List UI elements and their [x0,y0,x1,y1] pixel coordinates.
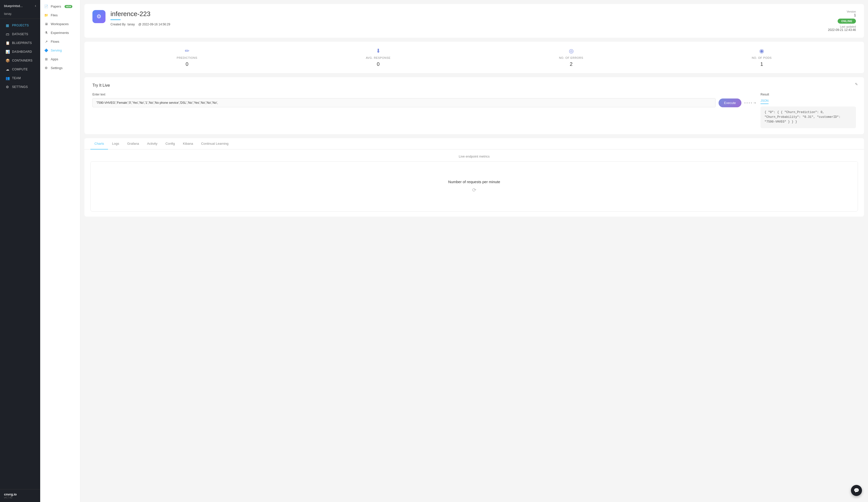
tab-grafana[interactable]: Grafana [123,138,143,150]
secondary-item-workspaces[interactable]: 🖥Workspaces [40,20,80,28]
secondary-label-apps: Apps [51,57,58,61]
metric-label-pods: NO. OF PODS [752,56,772,59]
secondary-icon-workspaces: 🖥 [44,22,48,26]
created-by-label: Created By [111,23,126,26]
tab-config[interactable]: Config [162,138,179,150]
badge-papers: NEW [64,5,72,8]
charts-tabs: ChartsLogsGrafanaActivityConfigKibanaCon… [84,138,864,150]
tab-charts[interactable]: Charts [90,138,108,150]
metric-label-avg_response: AVG. RESPONSE [366,56,391,59]
inference-underline [111,19,121,20]
metric-avg_response: ⬇ AVG. RESPONSE 0 [366,48,391,67]
sidebar-label-containers: CONTAINERS [12,59,32,62]
metric-label-errors: NO. OF ERRORS [559,56,583,59]
inference-created-at: @ 2022-09-16 14:56:29 [138,23,170,26]
inference-info: inference-223 Created By tanay @ 2022-09… [111,10,823,26]
arrow-indicator: - - - - → [744,101,756,105]
sidebar-bottom: cnvrg.io v4.7.43 [0,489,40,502]
sidebar-icon-settings: ⚙ [6,85,10,89]
tab-logs[interactable]: Logs [108,138,123,150]
sidebar-user: tanay. [0,11,40,19]
sidebar-icon-blueprints: 📋 [6,41,10,45]
charts-card: ChartsLogsGrafanaActivityConfigKibanaCon… [84,138,864,217]
secondary-item-flows[interactable]: ↗Flows [40,37,80,46]
sidebar-label-projects: PROJECTS [12,24,29,27]
sidebar-label-compute: COMPUTE [12,68,28,71]
inference-icon: ⚙ [92,10,105,23]
charts-content: Live endpoint metrics Number of requests… [84,150,864,217]
chat-bubble[interactable]: 💬 [851,485,862,496]
charts-section-title: Live endpoint metrics [90,154,858,158]
result-json: { "0": { { "Churn_Prediction": 0, "Churn… [761,106,856,128]
try-input[interactable]: '7590-VHVEG','Female','0','Yes','No','1'… [92,98,715,107]
sidebar-label-dashboard: DASHBOARD [12,50,32,53]
secondary-icon-apps: ⊞ [44,57,48,61]
secondary-label-experiments: Experiments [51,31,69,35]
metric-icon-predictions: ✏ [185,48,189,54]
sidebar-item-dashboard[interactable]: 📊DASHBOARD [1,48,39,56]
secondary-label-settings2: Settings [51,66,63,70]
sidebar-label-settings: SETTINGS [12,85,28,89]
secondary-icon-papers: 📄 [44,4,48,8]
secondary-item-papers[interactable]: 📄PapersNEW [40,2,80,11]
chart-container: Number of requests per minute ⟳ [90,161,858,212]
sidebar: blueprintsd... ‹ tanay. ▦PROJECTS🗃DATASE… [0,0,40,502]
inference-meta: Created By tanay @ 2022-09-16 14:56:29 [111,23,823,26]
sidebar-item-compute[interactable]: ☁COMPUTE [1,65,39,74]
sidebar-item-containers[interactable]: 📦CONTAINERS [1,56,39,65]
try-left: Enter text '7590-VHVEG','Female','0','Ye… [92,93,756,107]
sidebar-version: v4.7.43 [4,496,36,499]
metric-errors: ◎ NO. OF ERRORS 2 [559,48,583,67]
sidebar-icon-team: 👥 [6,76,10,80]
sidebar-icon-projects: ▦ [6,23,10,27]
chart-title: Number of requests per minute [448,180,500,184]
sidebar-logo-text: blueprintsd... [4,4,23,8]
secondary-item-serving[interactable]: 🔷Serving [40,46,80,55]
sidebar-icon-containers: 📦 [6,59,10,63]
metric-icon-pods: ◉ [759,48,764,54]
metrics-card: ✏ PREDICTIONS 0 ⬇ AVG. RESPONSE 0 ◎ NO. … [84,42,864,73]
secondary-icon-experiments: ⚗ [44,31,48,35]
secondary-icon-files: 📁 [44,13,48,17]
try-input-row: '7590-VHVEG','Female','0','Yes','No','1'… [92,98,756,107]
secondary-item-experiments[interactable]: ⚗Experiments [40,28,80,37]
sidebar-icon-datasets: 🗃 [6,32,10,36]
metric-value-errors: 2 [570,61,572,67]
secondary-icon-settings2: ⚙ [44,66,48,70]
sidebar-label-team: TEAM [12,76,21,80]
sidebar-item-settings[interactable]: ⚙SETTINGS [1,83,39,91]
try-right: Result JSON { "0": { { "Churn_Prediction… [761,93,856,128]
try-it-live-card: Try It Live ✎ Enter text '7590-VHVEG','F… [84,77,864,134]
result-tab-json[interactable]: JSON [761,99,768,104]
tab-kibana[interactable]: Kibana [179,138,197,150]
sidebar-back-icon[interactable]: ‹ [35,3,36,8]
secondary-label-workspaces: Workspaces [51,22,69,26]
inference-card: ⚙ inference-223 Created By tanay @ 2022-… [84,4,864,38]
secondary-label-files: Files [51,13,58,17]
last-updated-value: 2022-09-21 12:43:46 [828,28,856,32]
sidebar-logo[interactable]: blueprintsd... ‹ [0,0,40,11]
tab-activity[interactable]: Activity [143,138,161,150]
sidebar-item-datasets[interactable]: 🗃DATASETS [1,30,39,39]
secondary-item-settings2[interactable]: ⚙Settings [40,63,80,72]
inference-right: Version 1 ONLINE Last updated 2022-09-21… [828,10,856,32]
secondary-sidebar: 📄PapersNEW📁Files🖥Workspaces⚗Experiments↗… [40,0,80,502]
tab-continual_learning[interactable]: Continual Learning [197,138,232,150]
metric-label-predictions: PREDICTIONS [177,56,197,59]
sidebar-item-blueprints[interactable]: 📋BLUEPRINTS [1,39,39,47]
metric-value-predictions: 0 [186,61,188,67]
try-body: Enter text '7590-VHVEG','Female','0','Ye… [92,93,856,128]
metric-pods: ◉ NO. OF PODS 1 [752,48,772,67]
sidebar-item-projects[interactable]: ▦PROJECTS [1,21,39,30]
chart-loading-icon: ⟳ [472,187,476,193]
secondary-item-files[interactable]: 📁Files [40,11,80,20]
sidebar-item-team[interactable]: 👥TEAM [1,74,39,82]
try-input-label: Enter text [92,93,756,96]
execute-button[interactable]: Execute [719,99,741,107]
secondary-label-serving: Serving [51,49,62,52]
last-updated-label: Last updated [828,25,856,28]
secondary-item-apps[interactable]: ⊞Apps [40,55,80,63]
edit-icon[interactable]: ✎ [855,82,858,86]
inference-title: inference-223 [111,10,823,18]
metric-icon-errors: ◎ [569,48,574,54]
